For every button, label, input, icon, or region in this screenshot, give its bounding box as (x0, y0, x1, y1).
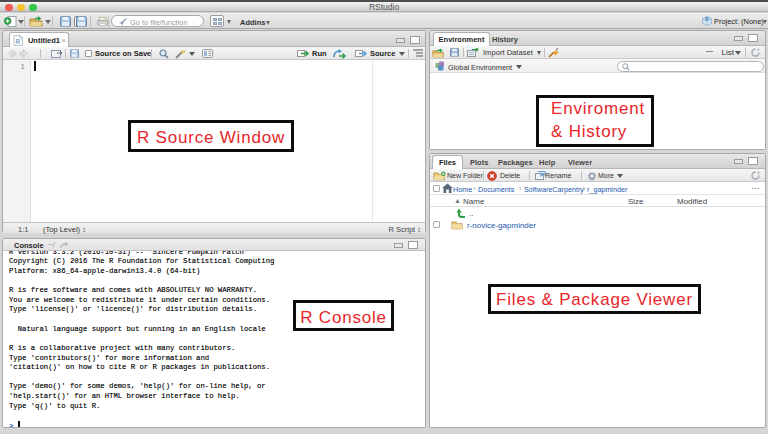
svg-text:R: R (15, 38, 20, 45)
